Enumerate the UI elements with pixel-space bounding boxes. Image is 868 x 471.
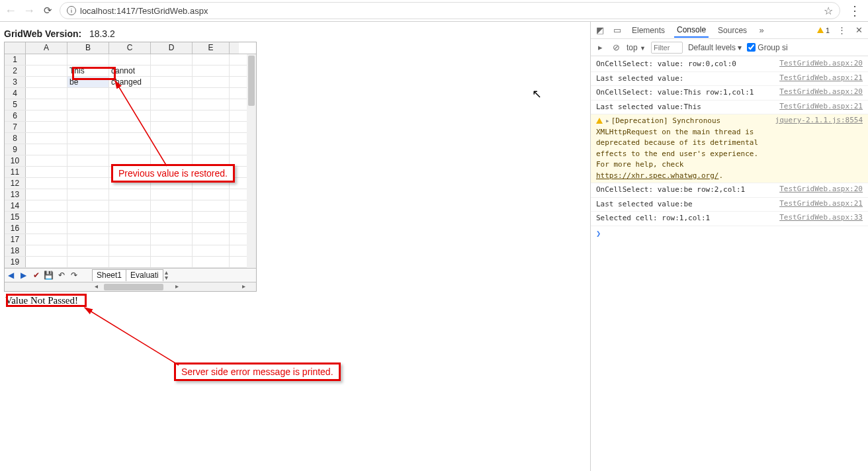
cell[interactable] <box>109 144 151 155</box>
submit-icon[interactable]: ✔ <box>30 269 42 282</box>
log-source-link[interactable]: jquery-2.1.1.js:8554 <box>775 116 863 124</box>
cell[interactable] <box>26 65 67 76</box>
cell[interactable] <box>151 223 193 234</box>
bookmark-icon[interactable]: ☆ <box>824 5 833 17</box>
cell[interactable] <box>109 122 151 132</box>
cell[interactable] <box>109 200 151 211</box>
cell[interactable]: This <box>67 65 109 76</box>
cell[interactable] <box>151 234 193 245</box>
tab-prev-icon[interactable]: ◀ <box>5 269 17 282</box>
cell[interactable] <box>193 245 230 256</box>
devtools-menu-icon[interactable]: ⋮ <box>836 25 847 36</box>
log-source-link[interactable]: TestGridWeb.aspx:21 <box>779 199 863 208</box>
cell[interactable] <box>67 88 109 99</box>
row-header[interactable]: 14 <box>5 200 26 211</box>
cell[interactable] <box>151 77 193 87</box>
log-levels-selector[interactable]: Default levels ▾ <box>688 43 742 52</box>
cell[interactable] <box>193 257 230 267</box>
hscroll-thumb[interactable] <box>104 284 163 290</box>
cell[interactable] <box>26 178 67 189</box>
col-header-c[interactable]: C <box>109 42 151 54</box>
redo-icon[interactable]: ↷ <box>67 269 80 282</box>
cell[interactable] <box>26 257 67 267</box>
row-header[interactable]: 10 <box>5 155 26 166</box>
cell[interactable] <box>193 189 230 200</box>
cell[interactable] <box>67 212 109 222</box>
cell[interactable] <box>26 133 67 144</box>
cell[interactable] <box>109 223 151 234</box>
log-link[interactable]: https://xhr.spec.whatwg.org/ <box>596 171 718 180</box>
row-header[interactable]: 13 <box>5 189 26 200</box>
cell[interactable] <box>109 212 151 222</box>
cell[interactable] <box>193 133 230 144</box>
cell[interactable] <box>67 257 109 267</box>
select-all-corner[interactable] <box>5 42 26 54</box>
console-clear-icon[interactable]: ⊘ <box>611 42 621 53</box>
row-header[interactable]: 12 <box>5 178 26 189</box>
reload-button[interactable]: ⟳ <box>41 4 54 17</box>
log-source-link[interactable]: TestGridWeb.aspx:21 <box>779 73 863 82</box>
cell[interactable] <box>109 234 151 245</box>
cell[interactable] <box>26 212 67 222</box>
cell[interactable] <box>193 77 230 87</box>
log-source-link[interactable]: TestGridWeb.aspx:20 <box>779 59 863 67</box>
cell[interactable] <box>109 99 151 110</box>
hscroll-right-icon[interactable]: ▸ <box>175 282 179 290</box>
cell[interactable] <box>193 110 230 121</box>
cell[interactable] <box>193 223 230 234</box>
row-header[interactable]: 19 <box>5 257 26 267</box>
horizontal-scrollbar[interactable]: ◂ ▸ ▸ <box>5 282 256 291</box>
col-header-a[interactable]: A <box>26 42 67 54</box>
context-selector[interactable]: top ▼ <box>627 43 646 52</box>
cell[interactable]: changed <box>109 77 151 87</box>
row-header[interactable]: 6 <box>5 110 26 121</box>
log-source-link[interactable]: TestGridWeb.aspx:20 <box>779 185 863 193</box>
device-icon[interactable]: ▭ <box>612 25 623 36</box>
vertical-scrollbar[interactable] <box>247 54 256 268</box>
cell[interactable] <box>67 110 109 121</box>
sheet-tab-2[interactable]: Evaluati <box>126 269 163 281</box>
cell[interactable] <box>67 167 109 177</box>
cell[interactable] <box>26 189 67 200</box>
cell[interactable] <box>193 54 230 65</box>
cell[interactable]: be <box>67 77 109 87</box>
hscroll-right2-icon[interactable]: ▸ <box>242 282 245 290</box>
cell[interactable] <box>151 257 193 267</box>
cell[interactable] <box>109 88 151 99</box>
row-header[interactable]: 1 <box>5 54 26 65</box>
row-header[interactable]: 18 <box>5 245 26 256</box>
cell[interactable] <box>193 144 230 155</box>
forward-button[interactable]: → <box>22 4 36 17</box>
col-header-e[interactable]: E <box>193 42 230 54</box>
cell[interactable] <box>151 88 193 99</box>
row-header[interactable]: 16 <box>5 223 26 234</box>
warning-badge[interactable]: 1 <box>817 26 830 34</box>
cell[interactable] <box>151 133 193 144</box>
cell[interactable] <box>151 122 193 132</box>
cell[interactable] <box>67 133 109 144</box>
log-source-link[interactable]: TestGridWeb.aspx:21 <box>779 102 863 110</box>
log-source-link[interactable]: TestGridWeb.aspx:33 <box>779 213 863 222</box>
cell[interactable] <box>67 144 109 155</box>
tab-sources[interactable]: Sources <box>715 24 750 37</box>
undo-icon[interactable]: ↶ <box>55 269 67 282</box>
row-header[interactable]: 3 <box>5 77 26 87</box>
vscroll-thumb[interactable] <box>248 56 255 106</box>
address-bar[interactable]: i localhost:1417/TestGridWeb.aspx ☆ <box>60 2 840 19</box>
row-header[interactable]: 17 <box>5 234 26 245</box>
cell[interactable] <box>193 88 230 99</box>
cell[interactable] <box>193 122 230 132</box>
row-header[interactable]: 9 <box>5 144 26 155</box>
cell[interactable] <box>26 144 67 155</box>
inspect-icon[interactable]: ◩ <box>595 25 605 36</box>
tab-console[interactable]: Console <box>674 23 709 38</box>
cell[interactable] <box>109 257 151 267</box>
console-filter-input[interactable] <box>651 42 683 54</box>
cell[interactable] <box>67 99 109 110</box>
row-header[interactable]: 4 <box>5 88 26 99</box>
devtools-close-icon[interactable]: ✕ <box>853 25 864 36</box>
row-header[interactable]: 7 <box>5 122 26 132</box>
cell[interactable] <box>26 200 67 211</box>
cell[interactable] <box>67 54 109 65</box>
col-header-b[interactable]: B <box>67 42 109 54</box>
